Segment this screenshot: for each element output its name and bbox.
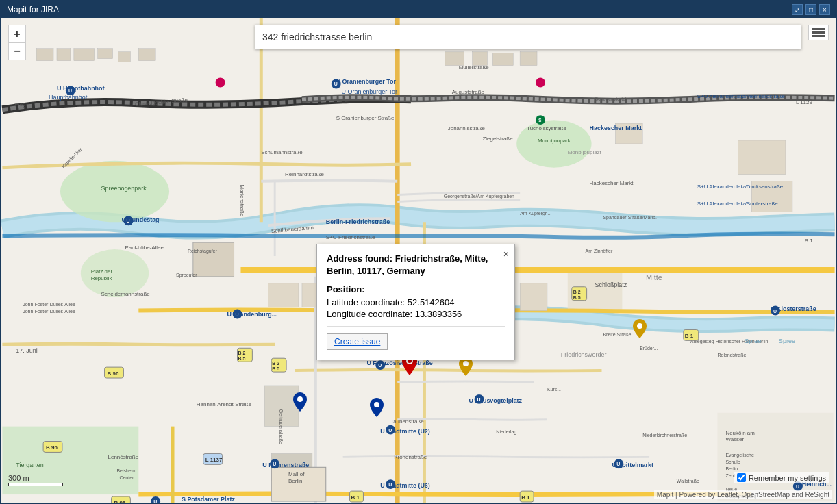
svg-text:Center: Center [119,475,134,480]
svg-text:Mall of: Mall of [288,471,305,477]
layer-icon-line3 [812,35,825,37]
svg-text:U: U [773,309,777,314]
svg-text:Am Kupfergr...: Am Kupfergr... [520,211,551,216]
svg-text:Spreeufer: Spreeufer [176,273,197,278]
svg-text:B 1: B 1 [805,238,813,244]
blue-marker-2[interactable] [370,398,384,419]
svg-text:Kurs...: Kurs... [547,387,561,392]
svg-text:Hauptbahnhof: Hauptbahnhof [49,94,88,101]
svg-text:Paul-Löbe-Allee: Paul-Löbe-Allee [125,244,164,251]
svg-text:Platz der: Platz der [91,268,113,275]
svg-text:Berlin-Friedrichstraße: Berlin-Friedrichstraße [326,218,390,225]
svg-text:Rolandstraße: Rolandstraße [718,353,747,357]
svg-text:Hannah-Arendt-Straße: Hannah-Arendt-Straße [197,401,252,407]
svg-text:B 96: B 96 [108,370,119,377]
svg-text:Am Zinnöffer: Am Zinnöffer [586,249,613,253]
svg-point-182 [463,361,469,366]
svg-text:Berlin: Berlin [288,478,302,484]
search-input[interactable] [262,32,794,42]
scale-label: 300 m [8,474,29,482]
create-issue-button[interactable]: Create issue [327,333,388,350]
svg-text:Schule: Schule [725,459,740,464]
svg-text:Schloßplatz: Schloßplatz [595,281,627,288]
svg-rect-14 [57,49,71,61]
popup-close-button[interactable]: × [503,249,509,260]
svg-text:U: U [126,218,129,223]
svg-text:Monbijoupark: Monbijoupark [538,138,571,144]
svg-text:Scheuenviertel: Scheuenviertel [595,97,627,101]
svg-text:Republik: Republik [91,275,112,281]
svg-text:B 96: B 96 [46,444,58,451]
svg-text:Scheidemannstraße: Scheidemannstraße [101,291,151,297]
svg-text:Mitte: Mitte [646,273,662,281]
zoom-in-button[interactable]: + [8,25,26,42]
svg-text:B 96: B 96 [114,500,126,503]
map-container[interactable]: Spreebogenpark Monbijoupark Tiergarten P… [1,18,836,503]
svg-rect-15 [74,49,95,61]
svg-text:Hackescher Markt: Hackescher Markt [590,125,642,131]
resize-button[interactable]: ⤢ [792,4,803,15]
svg-point-179 [297,396,303,402]
svg-text:S+U Alexanderplatz/Dircksenstr: S+U Alexanderplatz/Dircksenstraße [697,184,784,190]
svg-rect-29 [520,284,547,311]
svg-text:U: U [796,484,799,489]
svg-point-180 [374,402,379,407]
svg-rect-34 [738,140,786,175]
svg-text:S Oranienburger Straße: S Oranienburger Straße [336,115,395,121]
layer-icon-line1 [812,28,825,30]
svg-text:Marienstraße: Marienstraße [239,185,245,217]
blue-marker-1[interactable] [293,392,307,414]
svg-text:Georgenstraße/Am Kupfergraben: Georgenstraße/Am Kupfergraben [444,194,514,200]
svg-text:L 1137: L 1137 [205,457,223,463]
svg-text:B 5: B 5 [272,366,279,371]
close-button[interactable]: × [819,4,830,15]
svg-text:B 2: B 2 [272,361,279,366]
svg-text:L 1129: L 1129 [796,99,813,105]
svg-text:U: U [334,81,338,86]
svg-text:Tiergarten: Tiergarten [16,462,43,468]
svg-text:U Oranienburger Tor: U Oranienburger Tor [336,78,397,85]
svg-text:U: U [388,482,392,487]
svg-text:Friedrichswerder: Friedrichswerder [561,351,607,358]
svg-text:Wallstraße: Wallstraße [677,479,699,483]
remember-checkbox[interactable] [737,473,746,482]
svg-text:John-Foster-Dulles-Allee: John-Foster-Dulles-Allee [23,309,75,314]
svg-text:John-Foster-Dulles-Allee: John-Foster-Dulles-Allee [23,302,75,307]
popup-address: Address found: Friedrichstraße, Mitte, B… [327,253,505,277]
layer-control[interactable] [808,25,829,40]
svg-rect-11 [193,242,234,277]
remember-settings[interactable]: Remember my settings [734,472,829,483]
svg-point-181 [637,323,642,329]
svg-text:B 2: B 2 [573,290,581,294]
svg-text:U: U [273,462,276,466]
popup-lat-coord: Latitude coordinate: 52.5142604 [327,297,505,307]
svg-text:Lennéstraße: Lennéstraße [108,454,139,460]
svg-text:U: U [388,428,392,433]
svg-text:Spandauer-Straße/Marib.: Spandauer-Straße/Marib. [603,215,657,220]
svg-text:Auguststraße: Auguststraße [452,89,485,95]
svg-text:Monbijouplazt: Monbijouplazt [568,149,602,155]
yellow-marker-1[interactable] [633,319,647,340]
svg-text:B 5: B 5 [573,295,581,300]
svg-text:Brüder...: Brüder... [640,346,658,351]
svg-text:Niederlag...: Niederlag... [496,429,521,435]
zoom-out-button[interactable]: − [8,42,26,60]
svg-text:Spreebogenpark: Spreebogenpark [101,185,147,192]
svg-text:U: U [236,312,239,317]
search-bar[interactable] [255,25,801,49]
svg-point-165 [216,78,225,88]
maximize-button[interactable]: □ [805,4,816,15]
title-bar: Mapit for JIRA ⤢ □ × [1,1,836,18]
svg-text:U Mohrenstraße: U Mohrenstraße [262,462,309,468]
attribution: Mapit | Powered by Leaflet, OpenStreetMa… [654,490,832,499]
svg-text:Niederkirchnerstraße: Niederkirchnerstraße [642,433,687,438]
popup-lon-coord: Longitude coordinate: 13.3893356 [327,309,505,319]
svg-text:Friedrichstadt: Friedrichstadt [390,502,424,503]
svg-rect-13 [36,49,53,61]
svg-text:Berlin: Berlin [725,466,738,471]
info-popup: × Address found: Friedrichstraße, Mitte,… [316,244,515,360]
svg-text:U: U [477,397,481,402]
svg-text:Tucholskystraße: Tucholskystraße [527,125,567,131]
svg-text:B 5: B 5 [238,356,245,361]
svg-text:Reinhardtstraße: Reinhardtstraße [285,171,324,177]
